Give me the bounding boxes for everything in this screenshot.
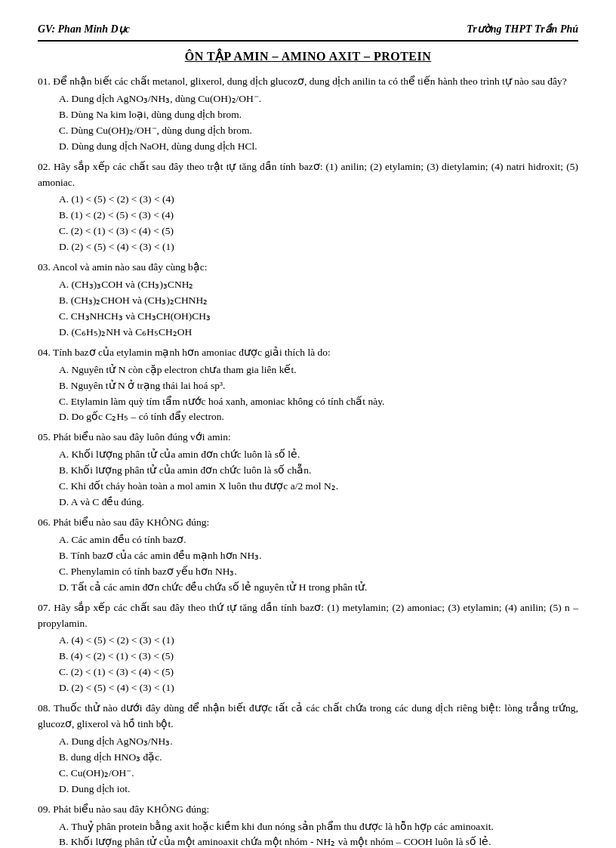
option-4-1: A. Nguyên tử N còn cặp electron chưa tha… [59, 362, 578, 378]
option-7-3: C. (2) < (1) < (3) < (4) < (5) [59, 665, 578, 680]
question-text-7: 07. Hãy sắp xếp các chất sau đây theo th… [38, 600, 578, 632]
options-8: A. Dung dịch AgNO₃/NH₃.B. dung dịch HNO₃… [59, 734, 578, 797]
options-4: A. Nguyên tử N còn cặp electron chưa tha… [59, 362, 578, 426]
header-teacher: GV: Phan Minh Dục [38, 23, 130, 35]
option-9-2: B. Khối lượng phân tử của một aminoaxit … [59, 834, 578, 848]
option-7-2: B. (4) < (2) < (1) < (3) < (5) [59, 649, 578, 665]
question-text-3: 03. Ancol và amin nào sau đây cùng bậc: [38, 260, 578, 276]
option-2-4: D. (2) < (5) < (4) < (3) < (1) [59, 239, 578, 255]
question-5: 05. Phát biểu nào sau đây luôn đúng với … [38, 430, 578, 510]
option-5-2: B. Khối lượng phân tử của amin đơn chức … [59, 463, 578, 479]
question-text-8: 08. Thuốc thử nào dưới đây dùng để nhận … [38, 701, 578, 732]
question-text-2: 02. Hãy sắp xếp các chất sau đây theo tr… [38, 159, 578, 191]
question-text-4: 04. Tính bazơ của etylamin mạnh hơn amon… [38, 345, 578, 361]
question-text-9: 09. Phát biểu nào sau đây KHÔNG đúng: [38, 802, 578, 818]
option-9-1: A. Thuỷ phân protein bằng axit hoặc kiềm… [59, 819, 578, 835]
option-5-3: C. Khi đốt cháy hoàn toàn a mol amin X l… [59, 479, 578, 495]
option-4-3: C. Etylamin làm quỳ tím tẩm nước hoá xan… [59, 394, 578, 410]
question-8: 08. Thuốc thử nào dưới đây dùng để nhận … [38, 701, 578, 797]
option-3-3: C. CH₃NHCH₃ và CH₃CH(OH)CH₃ [59, 309, 578, 325]
option-3-1: A. (CH₃)₃COH và (CH₃)₃CNH₂ [59, 277, 578, 293]
option-2-1: A. (1) < (5) < (2) < (3) < (4) [59, 192, 578, 208]
question-2: 02. Hãy sắp xếp các chất sau đây theo tr… [38, 159, 578, 256]
page-header: GV: Phan Minh Dục Trường THPT Trần Phú [38, 23, 578, 42]
main-title: ÔN TẬP AMIN – AMINO AXIT – PROTEIN [185, 50, 432, 63]
option-3-4: D. (C₆H₅)₂NH và C₆H₅CH₂OH [59, 325, 578, 341]
options-1: A. Dung dịch AgNO₃/NH₃, dùng Cu(OH)₂/OH⁻… [59, 91, 578, 155]
question-4: 04. Tính bazơ của etylamin mạnh hơn amon… [38, 345, 578, 426]
option-1-2: B. Dùng Na kim loại, dùng dung dịch brom… [59, 107, 578, 123]
options-5: A. Khối lượng phân tử của amin đơn chức … [59, 447, 578, 510]
options-2: A. (1) < (5) < (2) < (3) < (4)B. (1) < (… [59, 192, 578, 255]
option-2-2: B. (1) < (2) < (5) < (3) < (4) [59, 208, 578, 224]
option-6-2: B. Tính bazơ của các amin đều mạnh hơn N… [59, 548, 578, 564]
question-6: 06. Phát biểu nào sau đây KHÔNG đúng:A. … [38, 515, 578, 596]
option-1-1: A. Dung dịch AgNO₃/NH₃, dùng Cu(OH)₂/OH⁻… [59, 91, 578, 107]
option-7-4: D. (2) < (5) < (4) < (3) < (1) [59, 680, 578, 696]
option-1-4: D. Dùng dung dịch NaOH, dùng dung dịch H… [59, 139, 578, 155]
options-7: A. (4) < (5) < (2) < (3) < (1)B. (4) < (… [59, 633, 578, 696]
option-4-4: D. Do gốc C₂H₅ – có tính đẩy electron. [59, 409, 578, 425]
question-7: 07. Hãy sắp xếp các chất sau đây theo th… [38, 600, 578, 697]
question-9: 09. Phát biểu nào sau đây KHÔNG đúng:A. … [38, 802, 578, 848]
question-1: 01. Để nhận biết các chất metanol, glixe… [38, 74, 578, 155]
option-8-3: C. Cu(OH)₂/OH⁻. [59, 766, 578, 782]
option-8-1: A. Dung dịch AgNO₃/NH₃. [59, 734, 578, 750]
option-1-3: C. Dùng Cu(OH)₂/OH⁻, dùng dung dịch brom… [59, 123, 578, 139]
option-6-3: C. Phenylamin có tính bazơ yếu hơn NH₃. [59, 564, 578, 580]
option-8-2: B. dung dịch HNO₃ đặc. [59, 750, 578, 766]
option-8-4: D. Dung dịch iot. [59, 782, 578, 797]
option-2-3: C. (2) < (1) < (3) < (4) < (5) [59, 224, 578, 239]
option-3-2: B. (CH₃)₂CHOH và (CH₃)₂CHNH₂ [59, 293, 578, 309]
question-text-6: 06. Phát biểu nào sau đây KHÔNG đúng: [38, 515, 578, 531]
question-text-1: 01. Để nhận biết các chất metanol, glixe… [38, 74, 578, 90]
header-school: Trường THPT Trần Phú [467, 23, 578, 35]
option-6-4: D. Tất cả các amin đơn chức đều chứa số … [59, 580, 578, 596]
option-7-1: A. (4) < (5) < (2) < (3) < (1) [59, 633, 578, 649]
options-6: A. Các amin đều có tính bazơ.B. Tính baz… [59, 532, 578, 596]
option-5-4: D. A và C đều đúng. [59, 495, 578, 510]
question-3: 03. Ancol và amin nào sau đây cùng bậc:A… [38, 260, 578, 341]
question-text-5: 05. Phát biểu nào sau đây luôn đúng với … [38, 430, 578, 446]
option-6-1: A. Các amin đều có tính bazơ. [59, 532, 578, 548]
options-3: A. (CH₃)₃COH và (CH₃)₃CNH₂B. (CH₃)₂CHOH … [59, 277, 578, 341]
questions-container: 01. Để nhận biết các chất metanol, glixe… [38, 74, 578, 848]
title-section: ÔN TẬP AMIN – AMINO AXIT – PROTEIN [38, 49, 578, 63]
option-4-2: B. Nguyên tử N ở trạng thái lai hoá sp³. [59, 378, 578, 394]
option-5-1: A. Khối lượng phân tử của amin đơn chức … [59, 447, 578, 463]
options-9: A. Thuỷ phân protein bằng axit hoặc kiềm… [59, 819, 578, 848]
